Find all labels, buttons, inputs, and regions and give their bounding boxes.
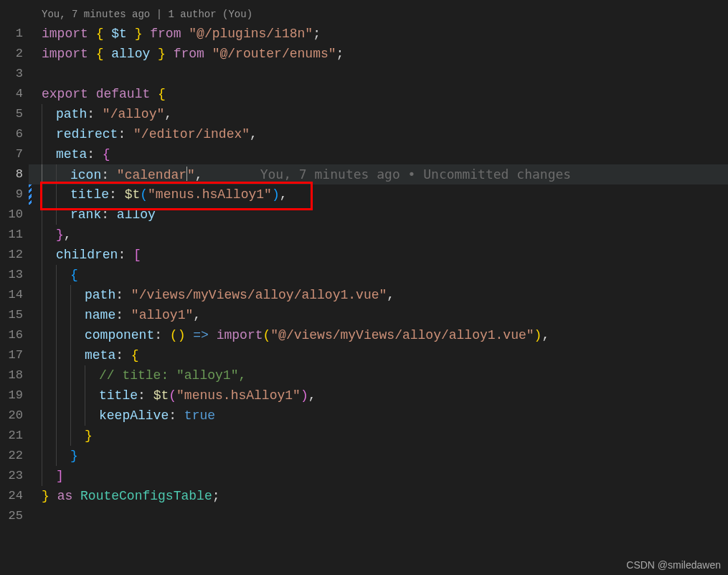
code-line[interactable]: }	[29, 446, 728, 466]
line-number: 9	[0, 184, 29, 205]
code-line[interactable]: keepAlive: true	[29, 406, 728, 426]
code-line[interactable]: name: "alloy1",	[29, 305, 728, 325]
code-line[interactable]: }	[29, 426, 728, 446]
line-number-gutter: 0 1 2 3 4 5 6 7 8 9 10 11 12 13 14 15 16…	[0, 0, 29, 575]
code-line[interactable]: export default {	[29, 84, 728, 104]
line-number: 15	[0, 305, 29, 325]
line-number: 13	[0, 265, 29, 285]
code-line-active[interactable]: icon: "calendar",You, 7 minutes ago • Un…	[29, 164, 728, 184]
line-number: 25	[0, 506, 29, 526]
line-number: 22	[0, 446, 29, 466]
line-number: 12	[0, 245, 29, 265]
code-line[interactable]: import { $t } from "@/plugins/i18n";	[29, 24, 728, 44]
line-number: 24	[0, 486, 29, 506]
codelens[interactable]: You, 7 minutes ago | 1 author (You)	[29, 4, 728, 24]
line-number: 5	[0, 104, 29, 124]
line-number: 21	[0, 426, 29, 446]
line-number: 3	[0, 64, 29, 84]
line-number: 2	[0, 44, 29, 64]
code-line[interactable]: } as RouteConfigsTable;	[29, 486, 728, 506]
code-line[interactable]: children: [	[29, 245, 728, 265]
code-line[interactable]	[29, 506, 728, 526]
line-number: 20	[0, 406, 29, 426]
code-line[interactable]: import { alloy } from "@/router/enums";	[29, 44, 728, 64]
code-line[interactable]: // title: "alloy1",	[29, 365, 728, 385]
line-number: 19	[0, 385, 29, 406]
code-line[interactable]: meta: {	[29, 144, 728, 164]
line-number: 16	[0, 325, 29, 345]
line-number: 10	[0, 205, 29, 225]
line-number: 18	[0, 365, 29, 385]
git-blame-inline: You, 7 minutes ago • Uncommitted changes	[260, 167, 571, 182]
code-line[interactable]	[29, 64, 728, 84]
code-line[interactable]: ]	[29, 466, 728, 486]
code-line[interactable]: rank: alloy	[29, 205, 728, 225]
line-number: 1	[0, 24, 29, 44]
code-line[interactable]: component: () => import("@/views/myViews…	[29, 325, 728, 345]
code-line[interactable]: {	[29, 265, 728, 285]
code-line[interactable]: },	[29, 225, 728, 245]
line-number: 4	[0, 84, 29, 104]
line-number: 14	[0, 285, 29, 305]
line-number: 7	[0, 144, 29, 164]
code-editor[interactable]: 0 1 2 3 4 5 6 7 8 9 10 11 12 13 14 15 16…	[0, 0, 728, 575]
line-number: 6	[0, 124, 29, 144]
code-line[interactable]: title: $t("menus.hsAlloy1"),	[29, 184, 728, 205]
code-line[interactable]: meta: {	[29, 345, 728, 365]
git-change-indicator	[29, 184, 32, 205]
line-number: 8	[0, 164, 29, 184]
code-area[interactable]: You, 7 minutes ago | 1 author (You) impo…	[29, 0, 728, 575]
line-number: 23	[0, 466, 29, 486]
line-number: 11	[0, 225, 29, 245]
code-line[interactable]: title: $t("menus.hsAlloy1"),	[29, 385, 728, 406]
code-line[interactable]: path: "/alloy",	[29, 104, 728, 124]
code-line[interactable]: redirect: "/editor/index",	[29, 124, 728, 144]
line-number: 17	[0, 345, 29, 365]
code-line[interactable]: path: "/views/myViews/alloy/alloy1.vue",	[29, 285, 728, 305]
watermark: CSDN @smiledawen	[626, 559, 721, 571]
